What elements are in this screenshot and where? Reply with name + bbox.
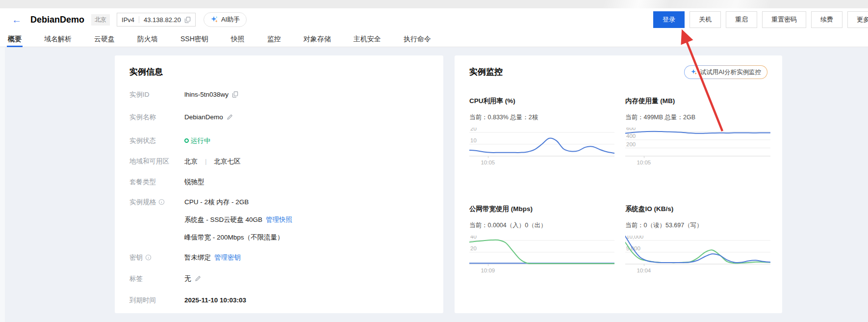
value-text: 2025-11-10 10:03:03 — [184, 295, 246, 305]
svg-text:10:05: 10:05 — [637, 160, 651, 165]
info-row-tags: 标签无 — [129, 274, 429, 283]
shutdown-button[interactable]: 关机 — [689, 11, 721, 28]
svg-text:200: 200 — [626, 141, 636, 147]
tab-snapshot[interactable]: 快照 — [231, 31, 245, 47]
chart-plot: 201010:05 — [469, 128, 614, 169]
tab-monitoring[interactable]: 监控 — [267, 31, 281, 47]
row-label: 密钥 — [129, 253, 184, 262]
value-text: 系统盘 - SSD云硬盘 40GB — [184, 215, 262, 224]
tab-domain-resolution[interactable]: 域名解析 — [44, 31, 72, 47]
chart-cpu-utilization: CPU利用率 (%) 当前：0.833% 总量：2核 201010:05 — [469, 97, 614, 169]
chart-plot: 60040020010:05 — [625, 128, 770, 169]
value-text: 北京七区 — [214, 157, 241, 166]
status-text: 运行中 — [191, 136, 211, 145]
region-badge: 北京 — [91, 14, 110, 26]
restart-button[interactable]: 重启 — [726, 11, 757, 28]
copy-icon[interactable] — [184, 17, 191, 23]
status-running-icon — [184, 138, 189, 143]
row-label: 实例ID — [129, 90, 184, 99]
ai-analyze-label: 试试用AI分析实例监控 — [700, 68, 761, 77]
row-value: 2025-11-10 10:03:03 — [184, 295, 246, 305]
back-arrow-icon[interactable]: ← — [12, 15, 22, 25]
top-strip-decoration — [427, 0, 868, 8]
left-gutter — [0, 47, 5, 322]
svg-text:20: 20 — [470, 245, 477, 251]
svg-text:400: 400 — [626, 133, 636, 139]
row-label: 标签 — [129, 274, 184, 283]
value-text: 无 — [184, 274, 191, 283]
instance-info-rows: 实例IDlhins-5tn038wy实例名称DebianDemo实例状态 运行中… — [129, 90, 429, 305]
chart-current-value: 当前：0.0004（入）0（出） — [469, 221, 614, 230]
row-value: 无 — [184, 274, 201, 283]
link-管理密钥[interactable]: 管理密钥 — [214, 253, 241, 262]
info-row-instance-spec: 实例规格CPU - 2核 内存 - 2GB系统盘 - SSD云硬盘 40GB管理… — [129, 197, 429, 242]
info-row-expire-time: 到期时间2025-11-10 10:03:03 — [129, 295, 429, 305]
tab-overview[interactable]: 概要 — [8, 31, 22, 47]
chart-title: 公网带宽使用 (Mbps) — [469, 205, 614, 214]
value-text: DebianDemo — [184, 112, 223, 122]
tab-run-command[interactable]: 执行命令 — [404, 31, 431, 47]
svg-text:600: 600 — [626, 128, 636, 131]
ip-address: 43.138.82.20 — [144, 16, 181, 24]
chart-title: CPU利用率 (%) — [469, 97, 614, 106]
row-value: 暂未绑定管理密钥 — [184, 253, 241, 262]
row-value: 运行中 — [184, 136, 211, 145]
chart-plot: 402010:09 — [469, 236, 614, 277]
chart-current-value: 当前：0（读）53.697（写） — [625, 221, 770, 230]
row-value: lhins-5tn038wy — [184, 90, 238, 99]
info-icon[interactable] — [158, 199, 165, 205]
row-value: 锐驰型 — [184, 177, 204, 187]
ai-analyze-monitor-button[interactable]: 试试用AI分析实例监控 — [684, 65, 767, 79]
tab-cloud-disk[interactable]: 云硬盘 — [94, 31, 115, 47]
row-label: 套餐类型 — [129, 177, 184, 187]
value-text: lhins-5tn038wy — [184, 90, 229, 99]
tab-object-storage[interactable]: 对象存储 — [304, 31, 331, 47]
edit-icon[interactable] — [227, 114, 233, 120]
ip-version-label: IPv4 — [122, 16, 134, 24]
ai-assistant-button[interactable]: AI助手 — [204, 12, 247, 27]
row-label: 实例状态 — [129, 136, 184, 145]
info-row-bundle-type: 套餐类型锐驰型 — [129, 177, 429, 187]
tab-host-security[interactable]: 主机安全 — [354, 31, 381, 47]
edit-icon[interactable] — [195, 275, 201, 282]
info-row-instance-status: 实例状态 运行中 — [129, 136, 429, 145]
copy-icon[interactable] — [232, 91, 238, 98]
chart-memory-usage: 内存使用量 (MB) 当前：499MB 总量：2GB 60040020010:0… — [625, 97, 770, 169]
ip-divider — [139, 16, 139, 23]
info-row-ssh-key: 密钥暂未绑定管理密钥 — [129, 253, 429, 262]
top-strip — [0, 0, 868, 8]
ai-sparkle-icon — [690, 69, 697, 76]
row-value: 北京|北京七区 — [184, 157, 241, 166]
row-value: DebianDemo — [184, 112, 233, 122]
svg-text:10:09: 10:09 — [481, 268, 495, 273]
value-text: 峰值带宽 - 200Mbps（不限流量） — [184, 233, 284, 242]
info-row-instance-id: 实例IDlhins-5tn038wy — [129, 90, 429, 99]
instance-info-card: 实例信息 实例IDlhins-5tn038wy实例名称DebianDemo实例状… — [115, 55, 443, 313]
value-text: 暂未绑定 — [184, 253, 211, 262]
chart-current-value: 当前：0.833% 总量：2核 — [469, 113, 614, 122]
login-button[interactable]: 登录 — [653, 11, 685, 28]
value-text: CPU - 2核 内存 - 2GB — [184, 197, 249, 207]
row-label: 实例名称 — [129, 112, 184, 122]
instance-monitor-title: 实例监控 — [469, 66, 503, 78]
chart-title: 内存使用量 (MB) — [625, 97, 770, 106]
chart-title: 系统盘IO (KB/s) — [625, 205, 770, 214]
tab-firewall[interactable]: 防火墙 — [137, 31, 158, 47]
svg-text:20: 20 — [470, 128, 477, 132]
action-buttons: 登录关机重启重置密码续费更多操作 — [653, 11, 868, 28]
value-text: 北京 — [184, 157, 198, 166]
tab-ssh-key[interactable]: SSH密钥 — [180, 31, 208, 47]
ai-sparkle-icon — [210, 16, 218, 24]
content-area: 实例信息 实例IDlhins-5tn038wy实例名称DebianDemo实例状… — [0, 47, 868, 322]
info-icon[interactable] — [145, 254, 152, 261]
link-管理快照[interactable]: 管理快照 — [266, 215, 292, 224]
ip-box: IPv4 43.138.82.20 — [117, 13, 196, 27]
row-label: 实例规格 — [129, 197, 184, 207]
svg-text:10,000: 10,000 — [626, 236, 643, 240]
more-actions-button[interactable]: 更多操作 — [847, 11, 868, 28]
tab-bar: 概要域名解析云硬盘防火墙SSH密钥快照监控对象存储主机安全执行命令 — [0, 31, 868, 47]
page-title: DebianDemo — [30, 15, 84, 25]
reset-password-button[interactable]: 重置密码 — [762, 11, 806, 28]
info-row-region-zone: 地域和可用区北京|北京七区 — [129, 157, 429, 166]
renew-button[interactable]: 续费 — [811, 11, 842, 28]
